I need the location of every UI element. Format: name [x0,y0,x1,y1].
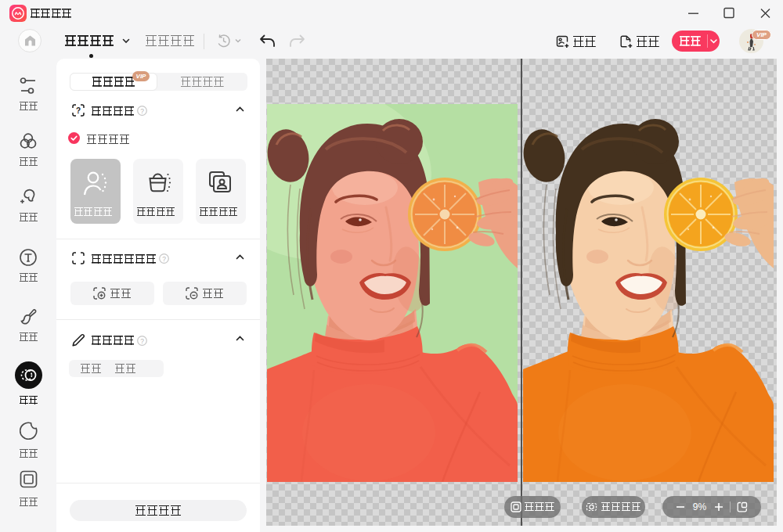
svg-text:?: ? [140,107,144,115]
svg-text:?: ? [140,337,144,345]
svg-text:?: ? [162,255,166,263]
svg-text:?: ? [76,106,81,115]
